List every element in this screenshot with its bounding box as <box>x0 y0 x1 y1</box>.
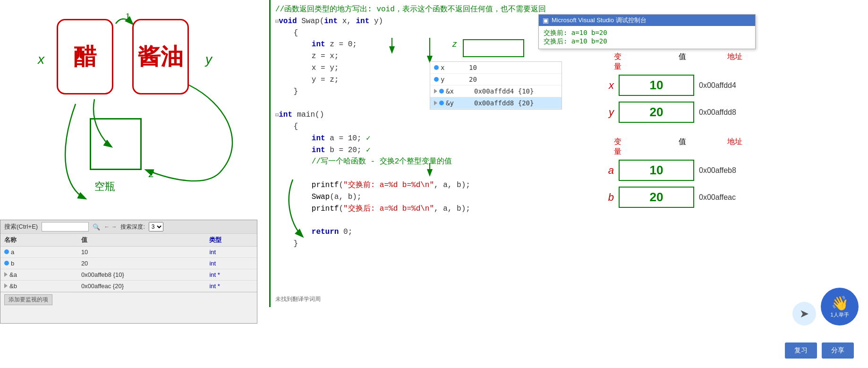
debug-cell-type: int * <box>205 281 257 292</box>
debug-cell-type: int <box>205 247 257 258</box>
bottle-jiangyu: 酱油 <box>132 19 189 94</box>
z-label-code: z <box>452 39 457 49</box>
dot-icon-ampy <box>439 101 444 105</box>
var-swap-headers: 变量 值 地址 <box>614 52 864 72</box>
watch-name-ampx: &x <box>446 87 474 95</box>
code-stmt-intb: int b = 20; ✓ <box>275 145 595 156</box>
var-a-label: a <box>600 164 614 177</box>
share-button[interactable]: 分享 <box>822 342 854 359</box>
var-a-addr: 0x00affeb8 <box>699 166 736 175</box>
vs-title: Microsoft Visual Studio 调试控制台 <box>552 16 647 25</box>
bottle-jiangyu-label: 酱油 <box>138 42 183 72</box>
watch-row-x: x 10 <box>430 62 562 74</box>
var-y-addr: 0x00affdd8 <box>699 108 736 117</box>
debug-search-label: 搜索(Ctrl+E) <box>4 223 38 231</box>
hand-label: 1人举手 <box>830 311 849 318</box>
triangle-icon-ampy <box>434 101 437 105</box>
var-swap-section: 变量 值 地址 x 10 0x00affdd4 y 20 0x00affdd8 <box>600 52 864 128</box>
bottles-area: 1 醋 酱油 x y z 空瓶 <box>28 9 255 137</box>
code-brace3: { <box>275 121 595 133</box>
debug-table-row: &b 0x00affeac {20} int * <box>0 281 257 292</box>
debug-cell-name: &b <box>0 281 77 292</box>
var-b-label: b <box>600 191 614 204</box>
code-brace4: } <box>275 238 595 250</box>
var-y-label: y <box>600 106 614 119</box>
var-row-x: x 10 0x00affdd4 <box>600 75 864 96</box>
debug-col-name: 名称 <box>0 234 77 247</box>
vs-title-bar: ▣ Microsoft Visual Studio 调试控制台 <box>539 15 755 26</box>
debug-table: 名称 值 类型 a 10 int b 20 int &a 0x00affeb8 … <box>0 234 257 292</box>
var-row-b: b 20 0x00affeac <box>600 187 864 208</box>
swap-header-zhi: 值 <box>642 52 723 72</box>
var-row-a: a 10 0x00affeb8 <box>600 160 864 181</box>
z-box-in-code <box>463 39 524 57</box>
review-button[interactable]: 复习 <box>785 342 817 359</box>
var-b-box: 20 <box>619 187 694 208</box>
code-swap-call: Swap(a, b); <box>275 191 595 203</box>
bottle-empty-z <box>90 118 142 170</box>
swap-header-bianliang: 变量 <box>614 52 628 72</box>
var-a-box: 10 <box>619 160 694 181</box>
main-header-zhi: 值 <box>642 137 723 157</box>
debug-search-input[interactable] <box>42 222 89 231</box>
watch-panel: x 10 y 20 &x 0x00affdd4 {10} &y 0x00affd… <box>430 61 562 110</box>
bottle-cu-label: 醋 <box>74 42 96 72</box>
hand-icon: 👋 <box>831 295 849 311</box>
debug-table-row: &a 0x00affeb8 {10} int * <box>0 269 257 281</box>
code-return: return 0; <box>275 226 595 238</box>
debug-nav-back[interactable]: ← → <box>104 223 117 230</box>
vs-line2: 交换后: a=10 b=20 <box>544 37 750 46</box>
var-row-y: y 20 0x00affdd8 <box>600 102 864 123</box>
code-blank3 <box>275 214 595 226</box>
debug-depth-select[interactable]: 3 1 2 4 5 <box>149 222 163 231</box>
var-x-box: 10 <box>619 75 694 96</box>
debug-cell-name: a <box>0 247 77 258</box>
code-stmt-inta: int a = 10; ✓ <box>275 133 595 145</box>
var-x-label: x <box>600 79 614 92</box>
watch-name-ampy: &y <box>446 99 474 107</box>
next-arrow-button[interactable]: ➤ <box>792 302 816 325</box>
dot-icon-x <box>434 65 439 70</box>
debug-cell-type: int * <box>205 269 257 281</box>
triangle-icon-ampx <box>434 89 437 94</box>
vs-console: ▣ Microsoft Visual Studio 调试控制台 交换前: a=1… <box>538 14 756 49</box>
code-bottom-label: 未找到翻译学词周 <box>275 295 321 303</box>
debug-depth-label: 搜索深度: <box>120 223 145 231</box>
dot-icon-ampx <box>439 89 444 94</box>
watch-name-y: y <box>441 76 469 83</box>
add-watch-button[interactable]: 添加要监视的项 <box>4 294 52 305</box>
triangle-icon <box>4 283 8 288</box>
watch-row-y: y 20 <box>430 74 562 86</box>
code-stmt-zx: z = x; <box>275 51 595 62</box>
code-comment-swap: //写一个哈函数 - 交换2个整型变量的值 <box>275 156 595 168</box>
watch-name-x: x <box>441 64 469 71</box>
bottle-cu: 醋 <box>57 19 113 94</box>
debug-col-type: 类型 <box>205 234 257 247</box>
bottom-right-buttons: 复习 分享 <box>785 342 854 359</box>
triangle-icon <box>4 272 8 277</box>
var-b-addr: 0x00affeac <box>699 193 736 202</box>
dot-icon <box>4 261 9 265</box>
watch-value-ampy: 0x00affdd8 {20} <box>474 99 550 107</box>
main-header-bianliang: 变量 <box>614 137 628 157</box>
watch-row-ampy: &y 0x00affdd8 {20} <box>430 97 562 109</box>
watch-value-x: 10 <box>469 64 545 71</box>
code-blank2 <box>275 168 595 180</box>
label-z: z <box>149 168 154 180</box>
debug-toolbar: 搜索(Ctrl+E) 🔍 ← → 搜索深度: 3 1 2 4 5 <box>0 220 257 234</box>
var-main-headers: 变量 值 地址 <box>614 137 864 157</box>
search-icon[interactable]: 🔍 <box>93 223 100 231</box>
hand-icon-area[interactable]: 👋 1人举手 <box>821 288 859 325</box>
debug-col-value: 值 <box>77 234 206 247</box>
dot-icon-y <box>434 77 439 82</box>
var-y-box: 20 <box>619 102 694 123</box>
label-x: x <box>38 52 44 67</box>
code-printf2: printf("交换后: a=%d b=%d\n", a, b); <box>275 203 595 215</box>
debug-cell-value: 20 <box>77 258 206 269</box>
watch-value-y: 20 <box>469 76 545 83</box>
code-main-decl: ⊟int main() <box>275 109 595 121</box>
main-header-dizhi: 地址 <box>727 137 742 157</box>
debug-cell-type: int <box>205 258 257 269</box>
debug-cell-value: 0x00affeac {20} <box>77 281 206 292</box>
vs-line1: 交换前: a=10 b=20 <box>544 29 750 37</box>
